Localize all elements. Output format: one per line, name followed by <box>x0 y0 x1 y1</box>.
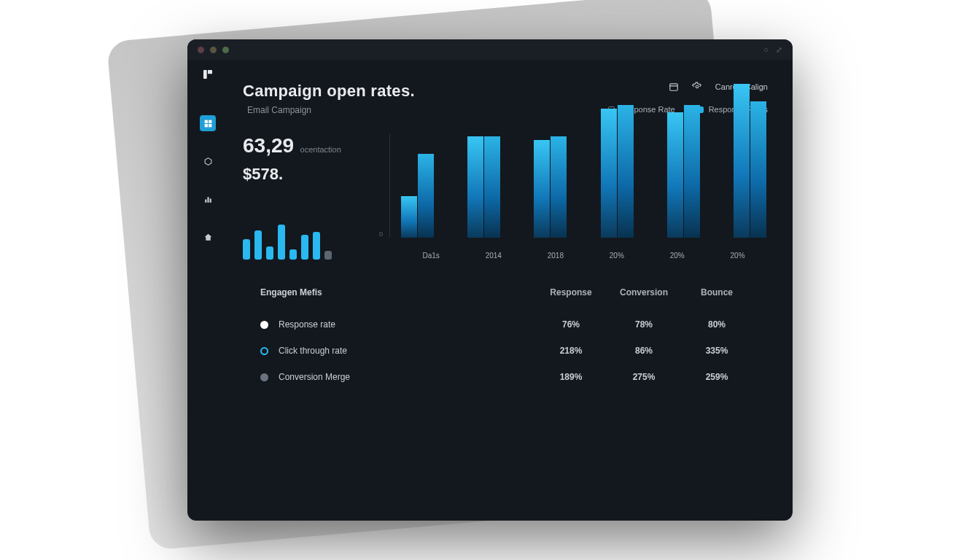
kpi-main-value: 63,29 <box>243 134 294 157</box>
chart-bar <box>551 136 567 238</box>
sparkline-bar <box>278 225 285 260</box>
minimize-window-button[interactable] <box>210 47 217 53</box>
y-axis-zero-label: 0 <box>379 230 383 238</box>
chart-bar <box>401 196 417 238</box>
metric-bullet-icon <box>260 321 268 329</box>
metric-cell: 76% <box>534 319 607 330</box>
metric-cell: 86% <box>607 346 680 356</box>
calendar-icon[interactable] <box>669 82 679 92</box>
x-axis-label: Da1s <box>422 252 439 260</box>
svg-rect-1 <box>208 70 212 74</box>
x-axis-label: 2018 <box>548 252 564 260</box>
app-window: ○ ⤢ Campaign open rates. <box>187 39 793 521</box>
metric-cell: 275% <box>607 372 680 382</box>
table-title: Engagen Mefis <box>260 287 534 298</box>
x-axis-label: 20% <box>731 252 745 260</box>
chart-bar <box>418 154 434 238</box>
svg-rect-2 <box>204 120 207 122</box>
bar-group <box>467 136 500 238</box>
chart-bar <box>467 136 483 238</box>
sparkline-bar <box>289 249 297 260</box>
sparkline-chart <box>243 219 363 260</box>
svg-rect-5 <box>209 124 211 127</box>
sparkline-bar <box>254 230 262 260</box>
main-chart: 0 Da1s2014201820%20%20% <box>378 134 768 260</box>
nav-home[interactable] <box>200 229 216 245</box>
table-column-header: Conversion <box>607 287 680 298</box>
chart-bar <box>484 136 500 238</box>
close-window-button[interactable] <box>198 47 204 53</box>
window-control-icon[interactable]: ○ <box>763 45 769 55</box>
sparkline-bar <box>301 235 308 260</box>
svg-rect-3 <box>209 120 211 122</box>
metric-cell: 80% <box>680 319 753 330</box>
metric-name: Conversion Merge <box>279 372 350 382</box>
settings-icon[interactable] <box>692 82 702 92</box>
svg-rect-4 <box>204 124 207 127</box>
metric-cell: 335% <box>680 346 753 356</box>
metric-cell: 218% <box>534 346 607 356</box>
metric-cell: 78% <box>607 319 680 330</box>
sparkline-bar <box>266 246 273 260</box>
svg-rect-7 <box>205 199 206 202</box>
metric-bullet-icon <box>260 347 268 355</box>
table-row: Response rate76%78%80% <box>260 319 753 330</box>
metric-name: Response rate <box>279 319 335 330</box>
chart-bar <box>684 105 700 238</box>
sparkline-bar <box>313 232 320 260</box>
bar-group <box>667 105 700 238</box>
chart-bar <box>734 84 750 238</box>
svg-rect-10 <box>670 84 678 90</box>
nav-stats[interactable] <box>200 191 216 207</box>
kpi-main-label: ocentaction <box>300 145 341 154</box>
chart-bar <box>618 105 634 238</box>
chart-bar <box>601 109 617 238</box>
table-row: Click through rate218%86%335% <box>260 346 753 356</box>
table-column-header: Bounce <box>680 287 753 298</box>
x-axis-label: 20% <box>670 252 685 260</box>
table-row: Conversion Merge189%275%259% <box>260 372 753 382</box>
chart-bar <box>534 140 550 238</box>
chart-bar <box>750 101 766 238</box>
nav-dashboard[interactable] <box>200 115 216 131</box>
chart-bar <box>667 112 683 238</box>
bar-group <box>734 84 766 238</box>
bar-group <box>601 105 634 238</box>
sidebar <box>187 60 228 521</box>
bar-group <box>534 136 567 238</box>
x-axis-label: 2014 <box>486 252 502 260</box>
metric-cell: 259% <box>680 372 753 382</box>
page-title: Campaign open rates. <box>243 82 415 101</box>
svg-rect-9 <box>209 198 211 202</box>
svg-rect-8 <box>207 197 209 203</box>
kpi-panel: 63,29 ocentaction $578. <box>243 134 363 260</box>
bar-group <box>401 154 434 238</box>
metrics-table: Engagen Mefis Response Conversion Bounce… <box>243 287 768 398</box>
page-subtitle: Email Campaign <box>247 105 415 115</box>
metric-name: Click through rate <box>279 346 347 356</box>
svg-rect-0 <box>203 70 207 79</box>
maximize-window-button[interactable] <box>222 47 229 53</box>
table-column-header: Response <box>534 287 607 298</box>
svg-point-12 <box>696 85 699 88</box>
logo-icon <box>202 69 214 80</box>
x-axis-label: 20% <box>610 252 624 260</box>
svg-marker-6 <box>205 158 211 165</box>
titlebar: ○ ⤢ <box>187 39 793 60</box>
metric-bullet-icon <box>260 373 268 381</box>
kpi-money-value: $578. <box>243 165 363 184</box>
sparkline-bar <box>324 251 332 260</box>
nav-circle[interactable] <box>200 153 216 169</box>
window-control-icon[interactable]: ⤢ <box>776 45 782 55</box>
sparkline-bar <box>243 239 250 260</box>
metric-cell: 189% <box>534 372 607 382</box>
